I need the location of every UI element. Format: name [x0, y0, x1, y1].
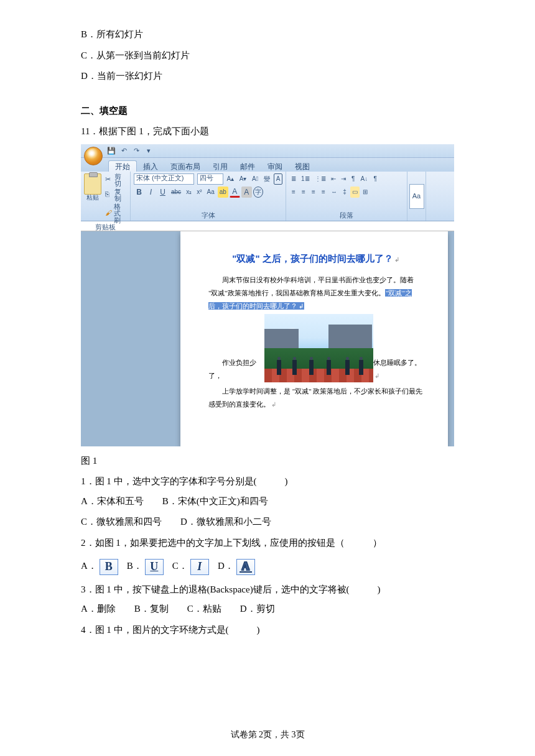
superscript-icon[interactable]: x²	[195, 187, 203, 198]
italic-button[interactable]: I	[146, 187, 156, 198]
office-button[interactable]	[84, 147, 103, 165]
group-font: 宋体 (中文正文) 四号 A▴ A▾ A⃠ 變 A B I U abc x₂ x…	[131, 172, 286, 221]
multilevel-icon[interactable]: ⋮≣	[313, 173, 328, 185]
shading-icon[interactable]: ▭	[350, 187, 360, 198]
doc-paragraph-3: 上学放学时间调整，是 "双减" 政策落地后，不少家长和孩子们最先感受到的直接变化…	[208, 385, 423, 411]
ltr-icon[interactable]: ¶	[349, 173, 358, 185]
tab-references[interactable]: 引用	[207, 161, 234, 172]
clear-format-icon[interactable]: A⃠	[250, 173, 260, 185]
option-b: B．所有幻灯片	[81, 25, 454, 45]
paste-label: 粘贴	[84, 195, 101, 201]
right-text: 休息睡眠多了。↲	[373, 356, 423, 382]
sub-q1-row-ab: A．宋体和五号 B．宋体(中文正文)和四号	[81, 492, 454, 512]
clipboard-label: 剪贴板	[84, 224, 127, 231]
section-2-title: 二、填空题	[81, 101, 454, 121]
para-label: 段落	[289, 212, 404, 219]
bold-option-icon: B	[100, 559, 118, 575]
highlight-icon[interactable]: ab	[218, 187, 228, 198]
strike-icon[interactable]: abc	[169, 187, 183, 198]
numbering-icon[interactable]: 1≣	[299, 173, 312, 185]
option-d: D．当前一张幻灯片	[81, 67, 454, 86]
bullets-icon[interactable]: ≣	[289, 173, 298, 185]
image-wrap-row: 作业负担少了， 休息睡眠多了。↲	[208, 314, 423, 382]
doc-paragraph-1: 周末节假日没有校外学科培训，平日里书面作业也变少了。随着 "双减"政策落地推行，…	[208, 274, 423, 313]
format-brush-icon[interactable]: 🖌	[105, 210, 112, 218]
font-size-input[interactable]: 四号	[197, 173, 223, 185]
doc-title: "双减" 之后，孩子们的时间去哪儿了？↲	[208, 250, 423, 268]
distribute-icon[interactable]: ↔	[329, 187, 339, 198]
sub-q2-options: A．B B．U C．I D．A	[81, 556, 454, 576]
save-icon[interactable]: 💾	[107, 146, 116, 155]
bold-button[interactable]: B	[134, 187, 144, 198]
font-name-input[interactable]: 宋体 (中文正文)	[134, 173, 194, 185]
undo-icon[interactable]: ↶	[119, 146, 128, 155]
phonetic-icon[interactable]: 變	[262, 173, 272, 185]
sub-q4: 4．图 1 中，图片的文字环绕方式是( )	[81, 620, 454, 640]
justify-icon[interactable]: ≡	[319, 187, 328, 198]
tab-home[interactable]: 开始	[108, 160, 137, 172]
option-c: C．从第一张到当前幻灯片	[81, 46, 454, 66]
document-area: "双减" 之后，孩子们的时间去哪儿了？↲ 周末节假日没有校外学科培训，平日里书面…	[81, 231, 454, 446]
group-styles: Aa	[407, 172, 426, 221]
borders-icon[interactable]: ⊞	[361, 187, 370, 198]
group-clipboard: 粘贴 ✂剪切 ⎘复制 🖌格式刷 剪贴板	[81, 172, 131, 221]
sub-q1-row-cd: C．微软雅黑和四号 D．微软雅黑和小二号	[81, 512, 454, 532]
indent-inc-icon[interactable]: ⇥	[339, 173, 348, 185]
page-footer: 试卷第 2页，共 3页	[0, 726, 535, 744]
sort-icon[interactable]: A↓	[359, 173, 370, 185]
underline-button[interactable]: U	[157, 187, 168, 198]
paste-icon[interactable]	[84, 173, 101, 195]
italic-option-icon: I	[190, 559, 209, 575]
left-text: 作业负担少了，	[208, 356, 264, 382]
tab-review[interactable]: 审阅	[261, 161, 289, 172]
word-screenshot: 💾 ↶ ↷ ▾ 开始 插入 页面布局 引用 邮件 审阅 视图 粘贴 ✂剪切 ⎘复…	[81, 144, 454, 446]
subscript-icon[interactable]: x₂	[184, 187, 193, 198]
enclose-char-icon[interactable]: 字	[253, 187, 263, 198]
grow-font-icon[interactable]: A▴	[225, 173, 236, 185]
align-left-icon[interactable]: ≡	[289, 187, 298, 198]
char-border-icon[interactable]: A	[274, 173, 282, 185]
char-shading-icon[interactable]: A	[241, 187, 252, 198]
tab-layout[interactable]: 页面布局	[164, 161, 207, 172]
change-case-icon[interactable]: Aa	[205, 187, 216, 198]
group-paragraph: ≣ 1≣ ⋮≣ ⇤ ⇥ ¶ A↓ ¶ ≡ ≡ ≡ ≡ ↔ ‡ ▭	[286, 172, 407, 221]
underline-option-icon: U	[145, 559, 164, 575]
document-page[interactable]: "双减" 之后，孩子们的时间去哪儿了？↲ 周末节假日没有校外学科培训，平日里书面…	[180, 231, 448, 446]
font-color-option-icon: A	[236, 559, 255, 575]
ribbon: 粘贴 ✂剪切 ⎘复制 🖌格式刷 剪贴板 宋体 (中文正文) 四号 A▴ A▾ A…	[81, 172, 454, 221]
tab-view[interactable]: 视图	[289, 161, 316, 172]
ruler	[81, 221, 454, 231]
redo-icon[interactable]: ↷	[132, 146, 141, 155]
sub-q3-options: A．删除 B．复制 C．粘贴 D．剪切	[81, 599, 454, 619]
question-11: 11．根据下图 1，完成下面小题	[81, 122, 454, 142]
style-preview[interactable]: Aa	[409, 184, 424, 209]
align-center-icon[interactable]: ≡	[299, 187, 308, 198]
font-color-icon[interactable]: A	[230, 187, 240, 198]
cut-icon[interactable]: ✂	[105, 176, 113, 184]
sub-q3: 3．图 1 中，按下键盘上的退格(Backspace)键后，选中的文字将被( )	[81, 580, 454, 600]
ribbon-tabs: 开始 插入 页面布局 引用 邮件 审阅 视图	[81, 158, 454, 172]
shrink-font-icon[interactable]: A▾	[238, 173, 248, 185]
inline-image[interactable]	[264, 314, 373, 382]
quick-access-toolbar: 💾 ↶ ↷ ▾	[81, 144, 454, 158]
tab-mailings[interactable]: 邮件	[234, 161, 261, 172]
figure-1-caption: 图 1	[81, 451, 454, 471]
indent-dec-icon[interactable]: ⇤	[329, 173, 338, 185]
sub-q2: 2．如图 1，如果要把选中的文字加上下划线，应使用的按钮是（ ）	[81, 533, 454, 553]
align-right-icon[interactable]: ≡	[309, 187, 318, 198]
font-label: 字体	[134, 212, 282, 219]
qat-more-icon[interactable]: ▾	[144, 146, 153, 155]
copy-icon[interactable]: ⎘	[105, 191, 113, 199]
sub-q1: 1．图 1 中，选中文字的字体和字号分别是( )	[81, 472, 454, 492]
line-spacing-icon[interactable]: ‡	[340, 187, 349, 198]
tab-insert[interactable]: 插入	[137, 161, 164, 172]
show-marks-icon[interactable]: ¶	[371, 173, 379, 185]
